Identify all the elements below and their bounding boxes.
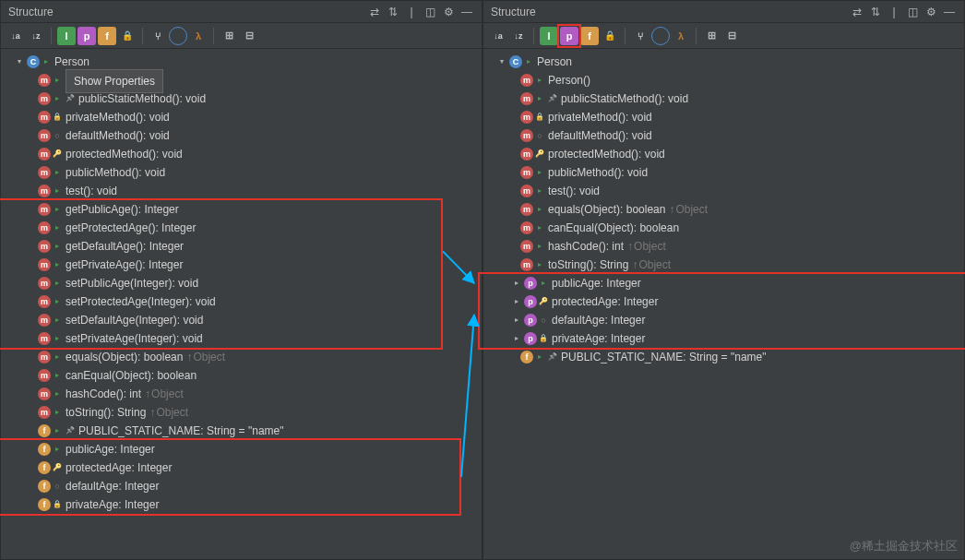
- show-interfaces-button[interactable]: I: [540, 27, 558, 45]
- tree-row[interactable]: mpublicMethod(): void: [1, 163, 482, 182]
- show-fields-button[interactable]: f: [98, 27, 116, 45]
- tree-row[interactable]: msetDefaultAge(Integer): void: [1, 311, 482, 329]
- tree-row[interactable]: fPUBLIC_STATIC_NAME: String = "name": [483, 348, 964, 366]
- tree-row[interactable]: fPUBLIC_STATIC_NAME: String = "name": [1, 422, 482, 440]
- tree-root-label: Person: [537, 53, 572, 71]
- method-badge-icon: m: [520, 203, 533, 216]
- tree-row[interactable]: fprotectedAge: Integer: [1, 459, 482, 477]
- tree-row[interactable]: fdefaultAge: Integer: [1, 477, 482, 495]
- structure-tree[interactable]: ▾ C Person mPerson()mpublicStaticMethod(…: [1, 49, 482, 559]
- tree-row[interactable]: mprotectedMethod(): void: [483, 145, 964, 163]
- chevron-down-icon[interactable]: ▾: [14, 56, 25, 67]
- field-badge-icon: f: [38, 480, 51, 493]
- chevron-right-icon[interactable]: ▸: [511, 278, 522, 289]
- tree-row[interactable]: mgetPublicAge(): Integer: [1, 200, 482, 219]
- show-inherited-button[interactable]: ⑂: [631, 27, 649, 45]
- method-badge-icon: m: [520, 111, 533, 124]
- minimize-icon[interactable]: —: [459, 5, 474, 19]
- show-interfaces-button[interactable]: I: [57, 27, 76, 45]
- show-inherited-button[interactable]: ⑂: [149, 27, 167, 45]
- tree-row[interactable]: mgetDefaultAge(): Integer: [1, 237, 482, 256]
- show-nonpublic-button[interactable]: 🔒: [118, 27, 137, 45]
- tree-row[interactable]: msetPublicAge(Integer): void: [1, 274, 482, 292]
- field-badge-icon: f: [520, 351, 533, 363]
- tree-row-label: privateMethod(): void: [548, 108, 652, 126]
- sort-alpha-button[interactable]: [489, 27, 507, 45]
- tree-row-label: protectedAge: Integer: [66, 459, 172, 477]
- tree-row[interactable]: mprotectedMethod(): void: [1, 145, 482, 163]
- tree-row[interactable]: mpublicStaticMethod(): void: [483, 89, 964, 108]
- tree-row[interactable]: mcanEqual(Object): boolean: [1, 366, 482, 385]
- expand-all-button[interactable]: ⊞: [702, 27, 721, 45]
- show-lambdas-button[interactable]: λ: [672, 27, 690, 45]
- show-nonpublic-button[interactable]: 🔒: [601, 27, 619, 45]
- chevron-right-icon[interactable]: ▸: [511, 333, 522, 344]
- settings-gear-icon[interactable]: ⚙: [441, 5, 456, 19]
- tree-row[interactable]: ▸pdefaultAge: Integer: [483, 311, 964, 329]
- collapse-all-button[interactable]: ⊟: [722, 27, 741, 45]
- tree-row[interactable]: mequals(Object): booleanObject: [483, 200, 964, 219]
- tree-row[interactable]: msetPrivateAge(Integer): void: [1, 329, 482, 348]
- toolbar-separator: [625, 28, 625, 44]
- tree-row-label: privateMethod(): void: [66, 108, 170, 126]
- tree-row[interactable]: mcanEqual(Object): boolean: [483, 219, 964, 237]
- sort-visibility-button[interactable]: [509, 27, 528, 45]
- structure-tree[interactable]: ▾ C Person mPerson()mpublicStaticMethod(…: [483, 49, 964, 559]
- show-lambdas-button[interactable]: λ: [189, 27, 208, 45]
- expand-all-button[interactable]: ⊞: [220, 27, 238, 45]
- show-properties-button[interactable]: p: [560, 27, 578, 45]
- field-badge-icon: f: [38, 443, 51, 456]
- collapse-all-button[interactable]: ⊟: [240, 27, 258, 45]
- tree-row[interactable]: mPerson(): [483, 71, 964, 89]
- method-badge-icon: m: [38, 221, 51, 234]
- tree-row[interactable]: ▸pprivateAge: Integer: [483, 329, 964, 348]
- settings-gear-icon[interactable]: ⚙: [923, 5, 938, 19]
- sort-visibility-button[interactable]: [27, 27, 45, 45]
- tree-row[interactable]: mdefaultMethod(): void: [1, 126, 482, 145]
- tree-row[interactable]: msetProtectedAge(Integer): void: [1, 292, 482, 311]
- toolbar-filter-icon[interactable]: ⇄: [367, 5, 382, 19]
- tree-root[interactable]: ▾ C Person: [483, 53, 964, 71]
- tree-row-label: privateAge: Integer: [552, 329, 645, 348]
- tree-row[interactable]: mgetProtectedAge(): Integer: [1, 219, 482, 237]
- sort-alpha-button[interactable]: [6, 27, 25, 45]
- tree-row[interactable]: mprivateMethod(): void: [483, 108, 964, 126]
- show-anonymous-button[interactable]: [169, 27, 187, 45]
- show-anonymous-button[interactable]: [651, 27, 670, 45]
- public-modifier-icon: [53, 426, 62, 435]
- chevron-down-icon[interactable]: ▾: [496, 56, 507, 67]
- toolbar-filter-icon[interactable]: ⇄: [850, 5, 864, 19]
- tree-row[interactable]: fpublicAge: Integer: [1, 440, 482, 459]
- tree-row[interactable]: mgetPrivateAge(): Integer: [1, 256, 482, 274]
- tree-row[interactable]: mhashCode(): intObject: [483, 237, 964, 256]
- tree-row[interactable]: mpublicMethod(): void: [483, 163, 964, 182]
- tree-row[interactable]: mtest(): void: [1, 182, 482, 200]
- tree-row-label: publicStaticMethod(): void: [561, 89, 688, 108]
- tree-root[interactable]: ▾ C Person: [1, 53, 482, 71]
- toolbar-pin-icon[interactable]: ◫: [423, 5, 437, 19]
- toolbar-pin-icon[interactable]: ◫: [905, 5, 920, 19]
- show-fields-button[interactable]: f: [580, 27, 599, 45]
- class-badge-icon: C: [27, 55, 40, 68]
- watermark: @稀土掘金技术社区: [850, 538, 958, 554]
- tree-row[interactable]: mtest(): void: [483, 182, 964, 200]
- tree-row[interactable]: mtoString(): StringObject: [1, 403, 482, 422]
- tree-row[interactable]: ▸ppublicAge: Integer: [483, 274, 964, 292]
- toolbar-sort-icon[interactable]: ⇅: [868, 5, 883, 19]
- chevron-right-icon[interactable]: ▸: [511, 296, 522, 307]
- toolbar-sort-icon[interactable]: ⇅: [386, 5, 400, 19]
- tree-row[interactable]: mhashCode(): intObject: [1, 385, 482, 403]
- tree-row[interactable]: fprivateAge: Integer: [1, 495, 482, 514]
- tree-row-label: defaultMethod(): void: [66, 126, 170, 145]
- tree-row[interactable]: mtoString(): StringObject: [483, 256, 964, 274]
- method-badge-icon: m: [38, 314, 51, 327]
- tree-row[interactable]: mequals(Object): booleanObject: [1, 348, 482, 366]
- minimize-icon[interactable]: —: [942, 5, 957, 19]
- tree-row[interactable]: mprivateMethod(): void: [1, 108, 482, 126]
- tree-row-label: publicAge: Integer: [66, 440, 155, 459]
- tree-row[interactable]: ▸pprotectedAge: Integer: [483, 292, 964, 311]
- chevron-right-icon[interactable]: ▸: [511, 315, 522, 326]
- public-modifier-icon: [53, 297, 62, 306]
- tree-row[interactable]: mdefaultMethod(): void: [483, 126, 964, 145]
- show-properties-button[interactable]: p: [77, 27, 96, 45]
